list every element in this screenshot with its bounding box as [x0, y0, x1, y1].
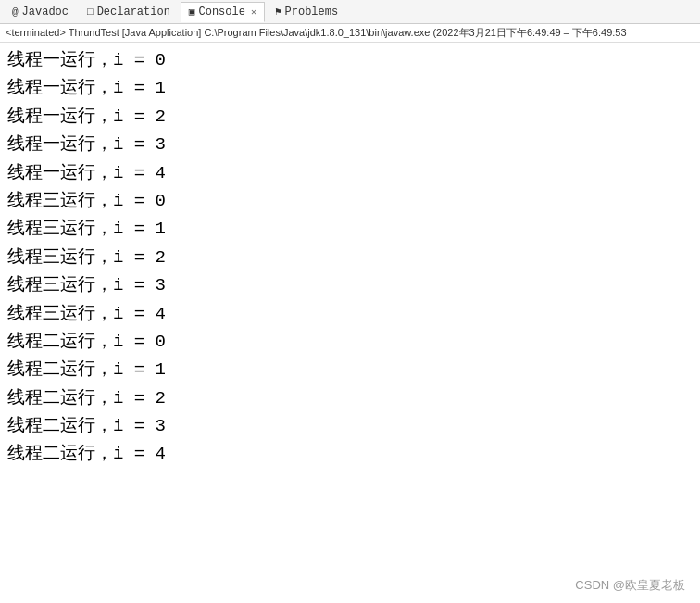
output-line: 线程一运行，i = 0: [7, 46, 693, 74]
declaration-icon: □: [87, 6, 94, 18]
console-icon: ▣: [189, 6, 195, 18]
output-line: 线程一运行，i = 4: [7, 159, 693, 187]
tab-console-label: Console: [198, 6, 244, 19]
output-line: 线程一运行，i = 1: [7, 74, 693, 102]
status-text: <terminated> ThrundTest [Java Applicatio…: [6, 26, 627, 40]
tab-declaration-label: Declaration: [97, 6, 170, 19]
close-icon[interactable]: ✕: [251, 6, 256, 18]
output-line: 线程二运行，i = 2: [7, 384, 693, 412]
watermark: CSDN @欧皇夏老板: [575, 577, 685, 594]
tab-declaration[interactable]: □ Declaration: [79, 2, 179, 22]
output-line: 线程二运行，i = 4: [7, 440, 693, 468]
output-line: 线程三运行，i = 1: [7, 215, 693, 243]
tab-javadoc[interactable]: @ Javadoc: [4, 2, 77, 22]
output-line: 线程三运行，i = 3: [7, 271, 693, 299]
output-line: 线程三运行，i = 4: [7, 300, 693, 328]
tab-problems[interactable]: ⚑ Problems: [267, 2, 346, 22]
console-output: 线程一运行，i = 0线程一运行，i = 1线程一运行，i = 2线程一运行，i…: [0, 43, 700, 603]
javadoc-icon: @: [12, 6, 19, 18]
output-line: 线程三运行，i = 0: [7, 187, 693, 215]
output-line: 线程二运行，i = 0: [7, 328, 693, 356]
output-line: 线程一运行，i = 3: [7, 131, 693, 158]
problems-icon: ⚑: [275, 6, 281, 18]
output-line: 线程二运行，i = 3: [7, 412, 693, 440]
output-line: 线程一运行，i = 2: [7, 103, 693, 131]
status-bar: <terminated> ThrundTest [Java Applicatio…: [0, 24, 700, 43]
tab-problems-label: Problems: [285, 6, 339, 19]
tab-console[interactable]: ▣ Console ✕: [181, 2, 265, 22]
output-line: 线程二运行，i = 1: [7, 356, 693, 383]
tab-javadoc-label: Javadoc: [22, 6, 69, 19]
tab-bar: @ Javadoc □ Declaration ▣ Console ✕ ⚑ Pr…: [0, 0, 700, 24]
output-line: 线程三运行，i = 2: [7, 244, 693, 271]
